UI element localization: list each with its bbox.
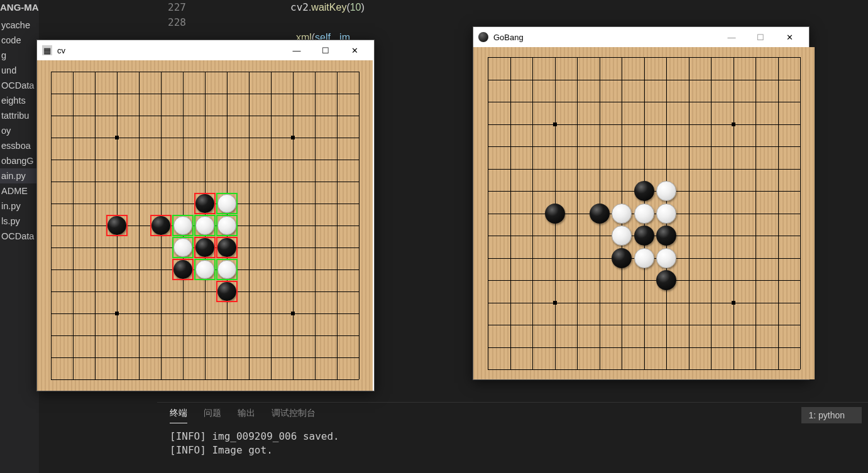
go-board-cv[interactable] [37,60,373,391]
terminal-tab[interactable]: 终端 [170,408,187,423]
file-tree-item[interactable]: ADME [0,183,39,198]
terminal-panel: 终端问题输出调试控制台 1: python [INFO] img_009209_… [157,402,868,473]
file-tree-item[interactable]: OCData [0,78,39,93]
star-point [115,312,119,315]
white-stone[interactable] [634,248,654,268]
detection-box [194,215,216,236]
star-point [115,136,119,139]
detection-box [172,215,194,236]
minimize-button[interactable]: — [717,27,746,47]
line-number-gutter: 227 228 [158,0,192,30]
detection-box [216,237,238,258]
titlebar-gobang[interactable]: GoBang — ☐ ✕ [473,27,809,47]
window-title: cv [57,46,282,55]
maximize-button[interactable]: ☐ [746,27,775,47]
project-name: ANG-MASTER [0,0,39,18]
terminal-output[interactable]: [INFO] img_009209_006 saved. [INFO] Imag… [157,426,868,461]
white-stone[interactable] [612,226,632,246]
minimize-button[interactable]: — [282,40,311,60]
file-tree-item[interactable]: code [0,33,39,48]
file-tree-item[interactable]: ycache [0,18,39,33]
detection-box [194,259,216,280]
window-title: GoBang [493,33,717,42]
titlebar-cv[interactable]: ▦ cv — ☐ ✕ [37,40,374,60]
detection-box [172,259,194,280]
close-button[interactable]: ✕ [340,40,369,60]
white-stone[interactable] [656,248,676,268]
app-icon [478,32,488,42]
white-stone[interactable] [634,204,654,224]
star-point [291,136,295,139]
file-tree-item[interactable]: in.py [0,198,39,214]
white-stone[interactable] [612,204,632,224]
detection-box [106,215,128,236]
black-stone[interactable] [656,226,676,246]
terminal-tab[interactable]: 问题 [204,408,221,423]
detection-box [216,193,238,214]
terminal-shell-dropdown[interactable]: 1: python [801,407,862,423]
window-cv[interactable]: ▦ cv — ☐ ✕ [36,40,375,391]
detection-box [216,281,238,302]
file-tree-item[interactable]: oy [0,123,39,138]
black-stone[interactable] [656,270,676,290]
go-board-gobang[interactable] [473,47,815,379]
terminal-tab[interactable]: 调试控制台 [272,408,316,423]
detection-box [172,237,194,258]
file-tree-item[interactable]: tattribu [0,108,39,123]
detection-box [216,259,238,280]
detection-box [216,215,238,236]
file-explorer: ANG-MASTER ycachecodegundOCDataeightstat… [0,0,39,473]
file-tree-item[interactable]: eights [0,93,39,108]
app-icon: ▦ [42,45,52,55]
star-point [553,122,557,126]
file-tree-item[interactable]: g [0,48,39,63]
file-tree-item[interactable]: ls.py [0,214,39,229]
file-tree-item[interactable]: ain.py [0,168,39,183]
detection-box [194,237,216,258]
file-tree-item[interactable]: OCData [0,229,39,244]
white-stone[interactable] [656,181,676,201]
black-stone[interactable] [590,204,610,224]
black-stone[interactable] [612,248,632,268]
black-stone[interactable] [634,181,654,201]
close-button[interactable]: ✕ [775,27,804,47]
terminal-tab[interactable]: 输出 [238,408,255,423]
file-tree-item[interactable]: und [0,63,39,78]
black-stone[interactable] [634,226,654,246]
terminal-right-controls: 1: python [801,403,862,428]
terminal-tabs: 终端问题输出调试控制台 [157,403,868,426]
white-stone[interactable] [656,204,676,224]
window-gobang[interactable]: GoBang — ☐ ✕ [473,26,810,380]
star-point [553,301,557,305]
star-point [732,122,735,126]
file-tree-item[interactable]: obangG [0,153,39,168]
file-tree-item[interactable]: essboa [0,138,39,153]
black-stone[interactable] [545,204,565,224]
detection-box [194,193,216,214]
detection-box [150,215,172,236]
star-point [291,312,295,315]
maximize-button[interactable]: ☐ [311,40,340,60]
star-point [732,301,735,305]
